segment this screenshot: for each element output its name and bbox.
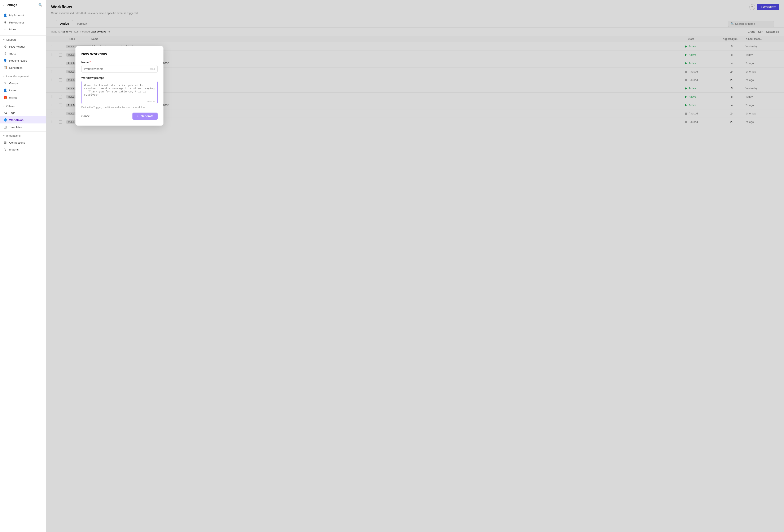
chevron-down-icon: ▾ [3,38,5,41]
group-label: Integrations [6,134,21,137]
generate-label: Generate [141,114,153,118]
invites-icon: 🎁 [3,95,7,100]
preferences-icon: ✱ [3,21,7,24]
modal-title: New Workflow [81,52,158,56]
name-label: Name * [81,61,158,64]
cancel-button[interactable]: Cancel [81,113,90,119]
sidebar-search-icon[interactable]: 🔍 [38,3,43,7]
sidebar-item-label: Workflows [9,118,24,121]
sidebar-item-plug-widget[interactable]: ⊙ PluG Widget [0,43,46,50]
sidebar-item-my-account[interactable]: 👤 My Account [0,12,46,19]
group-label: Support [6,38,16,41]
plug-icon: ⊙ [3,45,7,49]
sidebar-item-label: Routing Rules [9,59,27,62]
sidebar-item-tags[interactable]: 🏷 Tags [0,109,46,116]
sidebar-top-section: 👤 My Account ✱ Preferences ··· More [0,10,46,35]
edit-icon: ✏ [153,100,156,103]
connections-icon: ⊞ [3,141,7,144]
sidebar-item-workflows[interactable]: 🔷 Workflows [0,116,46,123]
tags-icon: 🏷 [3,111,7,115]
sidebar-item-routing-rules[interactable]: 👤 Routing Rules [0,57,46,64]
prompt-form-group: Workflow prompt 0/50 ✏ Define the Trigge… [81,76,158,109]
name-input[interactable] [84,67,150,71]
name-input-wrapper: 0/50 [81,65,158,73]
sidebar-item-label: Preferences [9,21,25,24]
chevron-down-icon: ▾ [3,105,5,108]
prompt-hint: Define the Trigger, conditions and actio… [81,106,158,109]
workflow-icon: 🔷 [3,118,7,122]
sidebar-item-more[interactable]: ··· More [0,26,46,33]
imports-icon: ⤵ [3,148,7,151]
schedule-icon: 📋 [3,66,7,69]
prompt-textarea[interactable] [81,81,158,104]
name-form-group: Name * 0/50 [81,61,158,73]
prompt-label: Workflow prompt [81,76,158,79]
chevron-left-icon: ‹ [3,3,4,7]
sidebar-item-label: PluG Widget [9,45,25,48]
templates-icon: ◫ [3,125,7,129]
sidebar-header: ‹ Settings 🔍 [0,0,46,10]
sidebar-item-schedules[interactable]: 📋 Schedules [0,64,46,71]
sidebar-item-label: Templates [9,125,22,129]
chevron-down-icon: ▾ [3,75,5,78]
sidebar-item-invites[interactable]: 🎁 Invites [0,94,46,101]
back-button[interactable]: ‹ Settings [3,3,17,7]
users-icon: 👤 [3,88,7,92]
sidebar-item-slas[interactable]: ⏱ SLAs [0,50,46,57]
sparkle-icon: ✦ [137,114,139,118]
more-icon: ··· [3,28,7,31]
chevron-down-icon: ▾ [3,134,5,137]
sidebar-group-support[interactable]: ▾ Support [0,36,46,43]
sidebar-item-users[interactable]: 👤 Users [0,87,46,94]
prompt-char-count: 0/50 [147,100,152,103]
sidebar-item-templates[interactable]: ◫ Templates [0,123,46,131]
modal-actions: Cancel ✦ Generate [81,113,158,120]
sidebar-item-label: SLAs [9,52,16,55]
sidebar-group-user-management[interactable]: ▾ User Management [0,73,46,80]
sidebar: ‹ Settings 🔍 👤 My Account ✱ Preferences … [0,0,46,532]
groups-icon: ✳ [3,81,7,85]
sidebar-item-label: Schedules [9,66,22,69]
back-label: Settings [6,3,17,7]
group-label: Others [6,105,15,108]
sidebar-group-others[interactable]: ▾ Others [0,103,46,109]
sidebar-item-imports[interactable]: ⤵ Imports [0,146,46,153]
sidebar-item-label: Groups [9,82,19,85]
sidebar-item-groups[interactable]: ✳ Groups [0,80,46,87]
sidebar-group-integrations[interactable]: ▾ Integrations [0,133,46,139]
group-label: User Management [6,75,29,78]
generate-button[interactable]: ✦ Generate [133,113,158,120]
new-workflow-modal: New Workflow Name * 0/50 Workflow prompt… [76,46,164,125]
sidebar-item-label: Users [9,89,17,92]
sidebar-item-label: Imports [9,148,19,151]
sidebar-item-connections[interactable]: ⊞ Connections [0,139,46,146]
routing-icon: 👤 [3,59,7,62]
modal-overlay: New Workflow Name * 0/50 Workflow prompt… [46,0,784,532]
sidebar-item-label: Connections [9,141,25,144]
sidebar-item-label: My Account [9,14,24,17]
required-indicator: * [89,61,90,64]
sidebar-item-label: Invites [9,96,18,99]
user-icon: 👤 [3,13,7,17]
clock-icon: ⏱ [3,52,7,55]
sidebar-item-label: Tags [9,111,15,114]
sidebar-item-preferences[interactable]: ✱ Preferences [0,19,46,26]
sidebar-item-label: More [9,28,16,31]
name-char-count: 0/50 [150,68,155,70]
main-content: Workflows ? + Workflow Setup event based… [46,0,784,532]
